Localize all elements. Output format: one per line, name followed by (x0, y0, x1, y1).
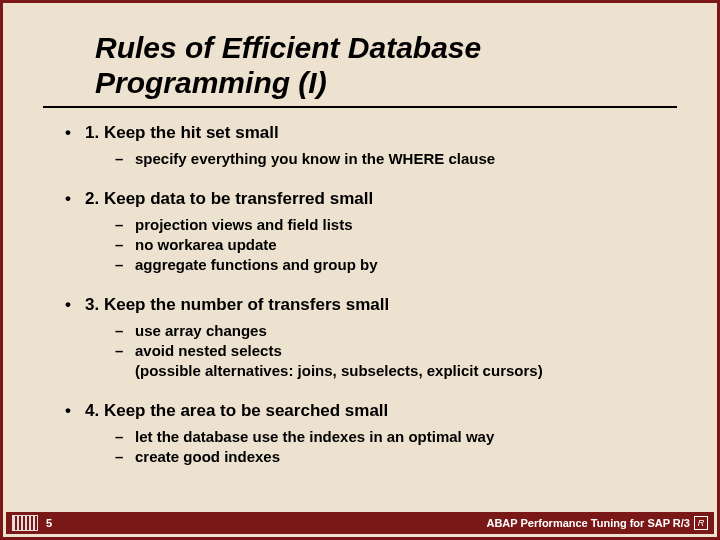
title-underline (43, 106, 677, 108)
footer-right-text: ABAP Performance Tuning for SAP R/3 (486, 517, 690, 529)
slide-body: Rules of Efficient Database Programming … (3, 3, 717, 467)
footer-left-icon (12, 515, 38, 531)
page-number: 5 (46, 517, 52, 529)
sub-bullet: aggregate functions and group by (43, 255, 677, 275)
slide-title: Rules of Efficient Database Programming … (95, 31, 677, 100)
bullet-3: 3. Keep the number of transfers small (43, 294, 677, 315)
sub-bullet: create good indexes (43, 447, 677, 467)
sub-bullet: use array changes (43, 321, 677, 341)
sub-bullet: projection views and field lists (43, 215, 677, 235)
footer-bar: 5 ABAP Performance Tuning for SAP R/3 R (6, 512, 714, 534)
sub-bullet: specify everything you know in the WHERE… (43, 149, 677, 169)
sub-bullet: let the database use the indexes in an o… (43, 427, 677, 447)
bullet-4: 4. Keep the area to be searched small (43, 400, 677, 421)
bullet-2: 2. Keep data to be transferred small (43, 188, 677, 209)
bullet-list: 1. Keep the hit set small specify everyt… (43, 122, 677, 467)
footer-right-icon: R (694, 516, 708, 530)
sub-bullet: no workarea update (43, 235, 677, 255)
bullet-1: 1. Keep the hit set small (43, 122, 677, 143)
sub-bullet: avoid nested selects (possible alternati… (43, 341, 677, 382)
